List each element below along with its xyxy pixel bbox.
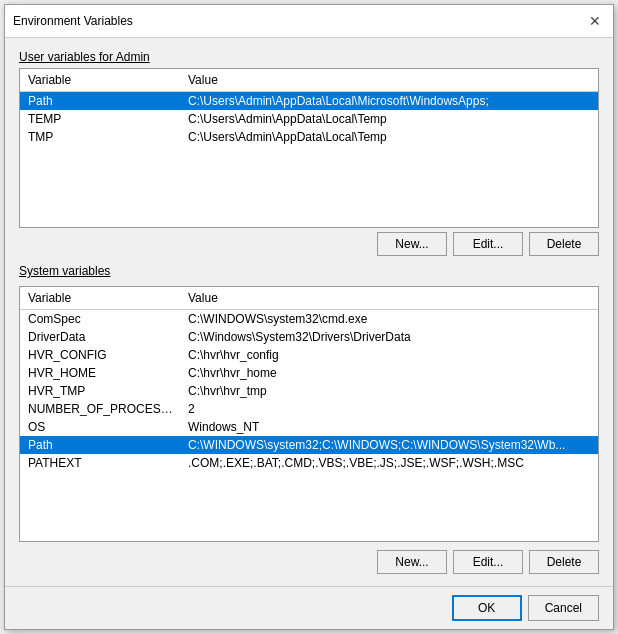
table-row[interactable]: HVR_CONFIG C:\hvr\hvr_config: [20, 346, 598, 364]
system-buttons-row: New... Edit... Delete: [19, 550, 599, 574]
user-section-label: User variables for Admin: [19, 50, 599, 64]
table-row[interactable]: DriverData C:\Windows\System32\Drivers\D…: [20, 328, 598, 346]
table-row[interactable]: ComSpec C:\WINDOWS\system32\cmd.exe: [20, 310, 598, 328]
value-cell: 2: [184, 401, 594, 417]
environment-variables-dialog: Environment Variables ✕ User variables f…: [4, 4, 614, 630]
variable-cell: Path: [24, 93, 184, 109]
variable-cell: HVR_TMP: [24, 383, 184, 399]
value-cell: C:\hvr\hvr_tmp: [184, 383, 594, 399]
table-row[interactable]: HVR_HOME C:\hvr\hvr_home: [20, 364, 598, 382]
table-row[interactable]: OS Windows_NT: [20, 418, 598, 436]
variable-cell: OS: [24, 419, 184, 435]
system-delete-button[interactable]: Delete: [529, 550, 599, 574]
value-cell: C:\hvr\hvr_home: [184, 365, 594, 381]
user-new-button[interactable]: New...: [377, 232, 447, 256]
user-buttons-row: New... Edit... Delete: [19, 232, 599, 256]
variable-cell: HVR_CONFIG: [24, 347, 184, 363]
value-cell: .COM;.EXE;.BAT;.CMD;.VBS;.VBE;.JS;.JSE;.…: [184, 455, 594, 471]
table-row[interactable]: HVR_TMP C:\hvr\hvr_tmp: [20, 382, 598, 400]
value-cell: C:\Windows\System32\Drivers\DriverData: [184, 329, 594, 345]
table-row[interactable]: NUMBER_OF_PROCESSORS 2: [20, 400, 598, 418]
variable-cell: TEMP: [24, 111, 184, 127]
cancel-button[interactable]: Cancel: [528, 595, 599, 621]
variable-cell: TMP: [24, 129, 184, 145]
table-row[interactable]: Path C:\WINDOWS\system32;C:\WINDOWS;C:\W…: [20, 436, 598, 454]
system-edit-button[interactable]: Edit...: [453, 550, 523, 574]
dialog-content: User variables for Admin Variable Value …: [5, 38, 613, 586]
variable-cell: ComSpec: [24, 311, 184, 327]
system-variables-section: System variables Variable Value ComSpec …: [19, 264, 599, 574]
user-header-variable: Variable: [24, 71, 184, 89]
system-header-variable: Variable: [24, 289, 184, 307]
system-header-value: Value: [184, 289, 594, 307]
value-cell: C:\Users\Admin\AppData\Local\Microsoft\W…: [184, 93, 594, 109]
value-cell: C:\Users\Admin\AppData\Local\Temp: [184, 111, 594, 127]
value-cell: C:\Users\Admin\AppData\Local\Temp: [184, 129, 594, 145]
table-row[interactable]: Path C:\Users\Admin\AppData\Local\Micros…: [20, 92, 598, 110]
variable-cell: HVR_HOME: [24, 365, 184, 381]
user-variables-section: User variables for Admin Variable Value …: [19, 50, 599, 256]
user-edit-button[interactable]: Edit...: [453, 232, 523, 256]
title-bar: Environment Variables ✕: [5, 5, 613, 38]
user-table-header: Variable Value: [20, 69, 598, 92]
system-section-label: System variables: [19, 264, 599, 278]
variable-cell: PATHEXT: [24, 455, 184, 471]
system-table-header: Variable Value: [20, 287, 598, 310]
value-cell: C:\hvr\hvr_config: [184, 347, 594, 363]
value-cell: C:\WINDOWS\system32\cmd.exe: [184, 311, 594, 327]
table-row[interactable]: TMP C:\Users\Admin\AppData\Local\Temp: [20, 128, 598, 146]
close-button[interactable]: ✕: [585, 11, 605, 31]
user-table-body: Path C:\Users\Admin\AppData\Local\Micros…: [20, 92, 598, 146]
table-row[interactable]: TEMP C:\Users\Admin\AppData\Local\Temp: [20, 110, 598, 128]
user-header-value: Value: [184, 71, 594, 89]
user-variables-table: Variable Value Path C:\Users\Admin\AppDa…: [19, 68, 599, 228]
variable-cell: NUMBER_OF_PROCESSORS: [24, 401, 184, 417]
value-cell: Windows_NT: [184, 419, 594, 435]
system-table-body[interactable]: ComSpec C:\WINDOWS\system32\cmd.exe Driv…: [20, 310, 598, 472]
variable-cell: Path: [24, 437, 184, 453]
ok-button[interactable]: OK: [452, 595, 522, 621]
system-variables-table: Variable Value ComSpec C:\WINDOWS\system…: [19, 286, 599, 542]
table-row[interactable]: PATHEXT .COM;.EXE;.BAT;.CMD;.VBS;.VBE;.J…: [20, 454, 598, 472]
dialog-title: Environment Variables: [13, 14, 133, 28]
system-new-button[interactable]: New...: [377, 550, 447, 574]
bottom-buttons: OK Cancel: [5, 586, 613, 629]
value-cell: C:\WINDOWS\system32;C:\WINDOWS;C:\WINDOW…: [184, 437, 594, 453]
variable-cell: DriverData: [24, 329, 184, 345]
user-delete-button[interactable]: Delete: [529, 232, 599, 256]
